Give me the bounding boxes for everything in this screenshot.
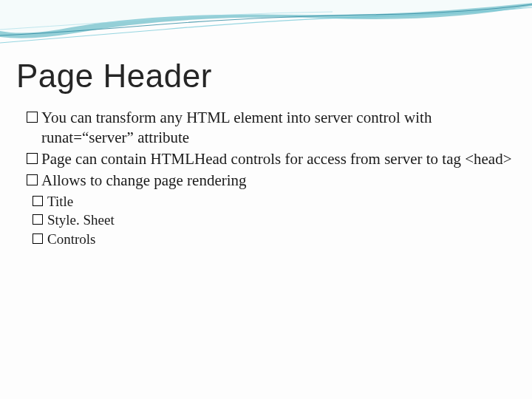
sub-bullet-item: Controls <box>33 230 516 249</box>
main-bullet-list: You can transform any HTML element into … <box>16 108 516 191</box>
sub-bullet-item: Title <box>33 192 516 211</box>
slide-title: Page Header <box>16 58 516 95</box>
sub-bullet-item: Style. Sheet <box>33 211 516 230</box>
bullet-item: You can transform any HTML element into … <box>27 108 516 148</box>
sub-bullet-list: Title Style. Sheet Controls <box>16 192 516 249</box>
bullet-item: Allows to change page rendering <box>27 171 516 191</box>
header-wave-decoration <box>0 0 532 66</box>
bullet-item: Page can contain HTMLHead controls for a… <box>27 149 516 169</box>
